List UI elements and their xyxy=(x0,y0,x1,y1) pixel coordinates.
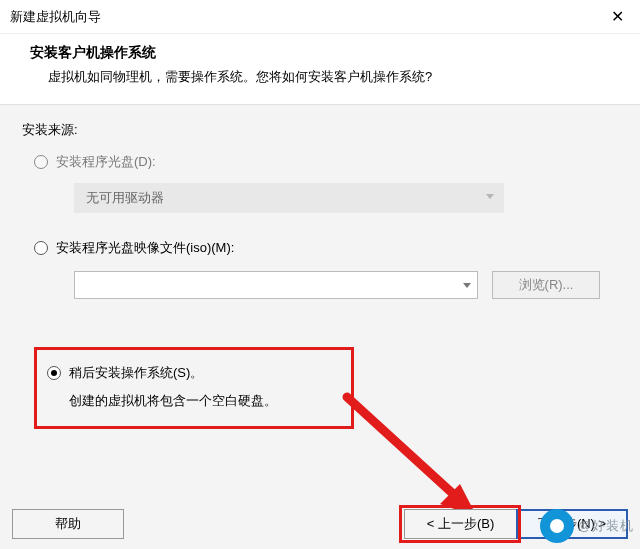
install-source-label: 安装来源: xyxy=(22,121,618,139)
page-subheading: 虚拟机如同物理机，需要操作系统。您将如何安装客户机操作系统? xyxy=(48,68,610,86)
body: 安装来源: 安装程序光盘(D): 无可用驱动器 安装程序光盘映像文件(iso)(… xyxy=(0,105,640,429)
option-iso-label: 安装程序光盘映像文件(iso)(M): xyxy=(56,239,234,257)
page-heading: 安装客户机操作系统 xyxy=(30,44,610,62)
radio-icon xyxy=(34,241,48,255)
option-install-later[interactable]: 稍后安装操作系统(S)。 xyxy=(47,364,337,382)
chevron-down-icon xyxy=(463,283,471,288)
close-button[interactable]: ✕ xyxy=(594,0,640,34)
option-later-note: 创建的虚拟机将包含一个空白硬盘。 xyxy=(69,392,337,410)
radio-icon xyxy=(34,155,48,169)
back-button[interactable]: < 上一步(B) xyxy=(404,509,516,539)
back-button-label: < 上一步(B) xyxy=(427,515,495,533)
option-later-label: 稍后安装操作系统(S)。 xyxy=(69,364,203,382)
option-install-disc[interactable]: 安装程序光盘(D): xyxy=(34,153,618,171)
browse-button[interactable]: 浏览(R)... xyxy=(492,271,600,299)
help-button-label: 帮助 xyxy=(55,515,81,533)
watermark: @好装机 xyxy=(540,509,634,543)
iso-file-row: 浏览(R)... xyxy=(74,271,618,299)
title-bar: 新建虚拟机向导 ✕ xyxy=(0,0,640,34)
option-disc-label: 安装程序光盘(D): xyxy=(56,153,156,171)
wizard-window: 新建虚拟机向导 ✕ 安装客户机操作系统 虚拟机如同物理机，需要操作系统。您将如何… xyxy=(0,0,640,549)
drive-dropdown[interactable]: 无可用驱动器 xyxy=(74,183,504,213)
option-install-iso[interactable]: 安装程序光盘映像文件(iso)(M): xyxy=(34,239,618,257)
chevron-down-icon xyxy=(486,194,494,199)
option-install-later-block: 稍后安装操作系统(S)。 创建的虚拟机将包含一个空白硬盘。 xyxy=(34,347,354,429)
drive-dropdown-value: 无可用驱动器 xyxy=(86,189,164,207)
iso-path-input[interactable] xyxy=(74,271,478,299)
watermark-text: @好装机 xyxy=(578,517,634,535)
watermark-logo-icon xyxy=(540,509,574,543)
close-icon: ✕ xyxy=(611,7,624,26)
radio-icon xyxy=(47,366,61,380)
help-button[interactable]: 帮助 xyxy=(12,509,124,539)
window-title: 新建虚拟机向导 xyxy=(10,8,594,26)
header: 安装客户机操作系统 虚拟机如同物理机，需要操作系统。您将如何安装客户机操作系统? xyxy=(0,34,640,105)
browse-button-label: 浏览(R)... xyxy=(519,276,574,294)
